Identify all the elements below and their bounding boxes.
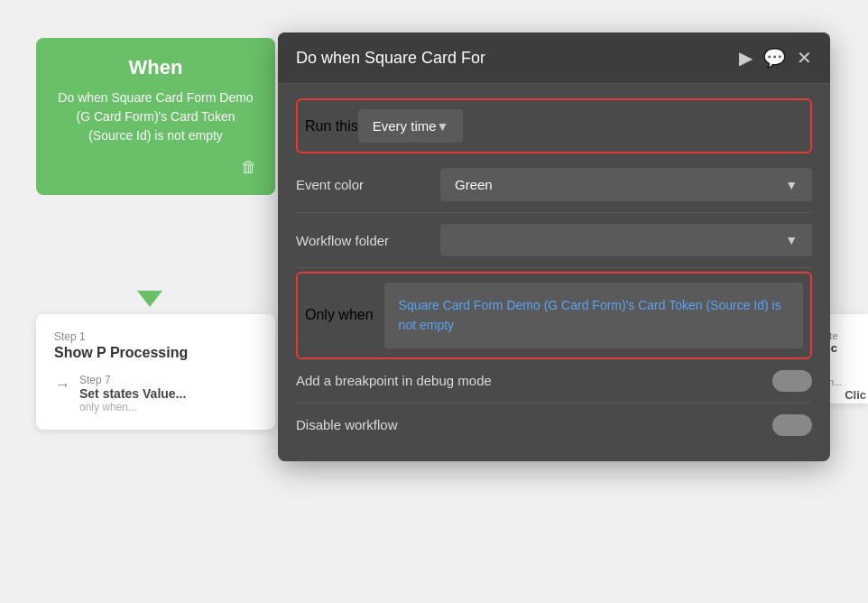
- only-when-label: Only when: [305, 307, 374, 323]
- workflow-folder-control[interactable]: ▼: [440, 224, 812, 256]
- only-when-row: Only when Square Card Form Demo (G Card …: [296, 272, 812, 359]
- run-this-dropdown[interactable]: Every time ▼: [358, 109, 464, 143]
- run-this-label: Run this: [305, 118, 358, 135]
- when-card-description: Do when Square Card Form Demo (G Card Fo…: [54, 88, 257, 145]
- breakpoint-toggle[interactable]: [772, 370, 812, 392]
- event-color-row: Event color Green ▼: [296, 157, 812, 213]
- modal-body: Run this Every time ▼ Event color Green …: [278, 84, 830, 461]
- disable-workflow-label: Disable workflow: [296, 417, 772, 432]
- close-icon[interactable]: ✕: [797, 47, 812, 69]
- play-icon[interactable]: ▶: [739, 47, 753, 69]
- chevron-down-icon-2: ▼: [785, 178, 798, 192]
- step-arrow-icon: →: [54, 376, 70, 394]
- step-label: Step 1: [54, 330, 257, 343]
- modal-title: Do when Square Card For: [296, 49, 485, 68]
- workflow-folder-row: Workflow folder ▼: [296, 213, 812, 268]
- step-card: Step 1 Show P Processing → Step 7 Set st…: [36, 314, 275, 430]
- comment-icon[interactable]: 💬: [763, 47, 786, 69]
- event-color-control[interactable]: Green ▼: [440, 168, 812, 201]
- chevron-down-icon-3: ▼: [785, 233, 798, 247]
- when-card-title: When: [54, 56, 257, 79]
- run-this-row: Run this Every time ▼: [296, 98, 812, 153]
- right-edge-text: Clic: [845, 388, 866, 402]
- sub-step-label: Step 7: [79, 374, 186, 386]
- header-icons: ▶ 💬 ✕: [739, 47, 812, 69]
- event-color-label: Event color: [296, 177, 440, 192]
- workflow-folder-label: Workflow folder: [296, 233, 440, 248]
- step-name: Show P Processing: [54, 345, 257, 361]
- sub-step-name: Set states Value...: [79, 386, 186, 401]
- modal-panel: Do when Square Card For ▶ 💬 ✕ Run this E…: [278, 32, 830, 461]
- event-color-value: Green: [455, 177, 493, 192]
- disable-workflow-row: Disable workflow: [296, 404, 812, 447]
- modal-header: Do when Square Card For ▶ 💬 ✕: [278, 32, 830, 84]
- when-card: When Do when Square Card Form Demo (G Ca…: [36, 38, 275, 195]
- add-breakpoint-row: Add a breakpoint in debug mode: [296, 359, 812, 404]
- run-this-control[interactable]: Every time ▼: [358, 109, 464, 143]
- disable-workflow-toggle[interactable]: [772, 414, 812, 436]
- run-this-value: Every time: [373, 118, 437, 134]
- chevron-down-icon: ▼: [437, 119, 449, 134]
- connector-triangle: [137, 291, 162, 307]
- trash-icon[interactable]: 🗑: [54, 158, 257, 177]
- only-when-value[interactable]: Square Card Form Demo (G Card Form)'s Ca…: [384, 283, 803, 348]
- add-breakpoint-label: Add a breakpoint in debug mode: [296, 373, 772, 388]
- sub-step-condition: only when...: [79, 401, 186, 413]
- workflow-folder-dropdown[interactable]: ▼: [440, 224, 812, 256]
- event-color-dropdown[interactable]: Green ▼: [440, 168, 812, 201]
